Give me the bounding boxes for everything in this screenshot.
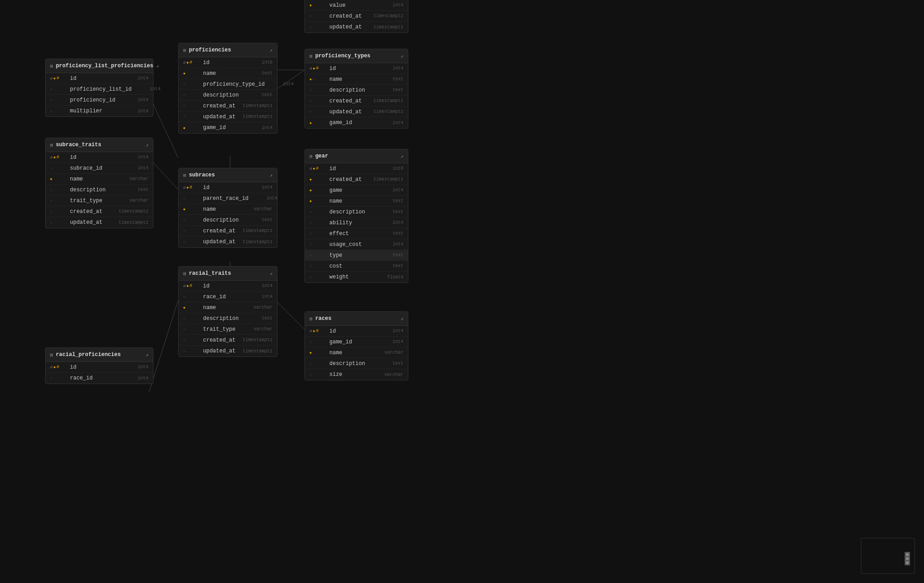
row-icons: ◆ ○	[310, 77, 328, 81]
external-link-icon[interactable]: ↗	[269, 172, 273, 178]
link-icon: ↺	[50, 155, 52, 160]
row-icons: ○	[310, 373, 328, 377]
table-icon: ⊞	[310, 153, 313, 159]
table-row: ↺ ◆ # id int4	[305, 63, 408, 74]
table-row: ◆ ○ name text	[305, 74, 408, 85]
row-icons: ○	[310, 242, 328, 246]
field-type: int4	[121, 76, 148, 81]
table-row: ○ type text	[305, 250, 408, 261]
external-link-icon[interactable]: ↗	[269, 271, 273, 277]
table-partial-top: ◆ value int4 ○ created_at timestamptz ○ …	[305, 0, 408, 33]
table-proficiencies: ⊞ proficiencies ↗ ↺ ◆ # id int8 ◆ name t…	[178, 43, 277, 134]
circle-icon: ○	[183, 93, 185, 97]
field-name: description	[203, 217, 244, 223]
table-header: ⊞ racial_traits ↗	[179, 267, 277, 281]
table-row: ○ parent_race_id int4	[179, 193, 277, 204]
row-icons: ↺ ◆ #	[50, 76, 68, 81]
field-name: id	[70, 75, 120, 82]
field-name: created_at	[203, 337, 241, 343]
external-link-icon[interactable]: ↗	[400, 316, 403, 322]
field-type: timestamptz	[243, 240, 273, 245]
row-icons: ○	[183, 196, 201, 200]
row-icons: ↺ ◆ #	[183, 185, 201, 190]
table-icon: ⊞	[183, 271, 186, 277]
field-name: name	[329, 198, 374, 204]
circle-icon: ○	[310, 264, 312, 268]
circle-icon: ○	[50, 188, 52, 192]
field-type: varchar	[245, 207, 273, 212]
table-row: ○ description text	[179, 90, 277, 101]
table-row: ○ race_id int4	[46, 373, 153, 384]
table-icon: ⊞	[310, 53, 313, 59]
table-row: ◆ game int4	[305, 185, 408, 196]
row-icons: ◆	[183, 207, 201, 211]
row-icons: ○	[50, 209, 68, 213]
external-link-icon[interactable]: ↗	[156, 63, 159, 69]
field-name: race_id	[203, 294, 244, 300]
table-row: ○ updated_at timestamptz	[179, 346, 277, 356]
key-icon: #	[316, 66, 319, 71]
table-row: ○ size varchar	[305, 369, 408, 380]
field-type: text	[376, 231, 403, 236]
table-row: ○ created_at timestamptz	[179, 335, 277, 346]
table-racial-traits: ⊞ racial_traits ↗ ↺ ◆ # id int4 ○ race_i…	[178, 266, 277, 357]
link-icon: ↺	[183, 283, 185, 288]
field-type: text	[376, 88, 403, 93]
row-icons: ↺ ◆ #	[50, 155, 68, 160]
field-name: created_at	[329, 98, 372, 104]
field-name: created_at	[203, 228, 241, 234]
diamond-icon: ◆	[53, 155, 55, 159]
mini-panel	[861, 538, 915, 574]
row-icons: ○	[183, 349, 201, 353]
field-name: id	[329, 65, 374, 72]
row-icons: ○	[50, 98, 68, 102]
table-row: ○ updated_at timestamptz	[305, 106, 408, 117]
field-name: updated_at	[203, 348, 241, 354]
table-row: ○ trait_type varchar	[179, 324, 277, 335]
field-name: id	[329, 166, 374, 172]
field-name: description	[329, 361, 374, 367]
row-icons: ◆	[310, 177, 328, 181]
table-row: ↺ ◆ # id int8	[305, 163, 408, 174]
link-icon: ↺	[183, 60, 185, 65]
external-link-icon[interactable]: ↗	[400, 153, 403, 159]
field-name: description	[329, 87, 374, 93]
field-name: weight	[329, 274, 374, 280]
field-type: timestamptz	[243, 228, 273, 233]
table-row: ○ description text	[305, 358, 408, 369]
field-type: varchar	[376, 350, 403, 355]
circle-icon: ○	[183, 295, 185, 299]
external-link-icon[interactable]: ↗	[269, 47, 273, 53]
table-racial-proficiencies: ⊞ racial_proficiencies ↗ ↺ ◆ # id int4 ○…	[45, 347, 153, 384]
diamond-icon: ◆	[50, 177, 52, 181]
external-link-icon[interactable]: ↗	[145, 142, 148, 148]
key-icon: #	[316, 329, 319, 333]
field-type: int4	[267, 82, 294, 87]
table-row: ○ race_id int4	[179, 292, 277, 302]
field-name: size	[329, 371, 374, 378]
external-link-icon[interactable]: ↗	[145, 352, 148, 358]
circle-icon: ○	[183, 218, 185, 222]
diamond-icon: ◆	[310, 199, 312, 203]
field-type: text	[376, 264, 403, 268]
diamond-icon: ◆	[310, 121, 312, 125]
field-name: id	[70, 364, 120, 370]
link-icon: ↺	[310, 166, 312, 171]
circle-icon: ○	[183, 349, 185, 353]
field-name: type	[329, 252, 374, 259]
table-row: ○ updated_at timestamptz	[179, 111, 277, 122]
table-row: ◆ value int4	[305, 0, 408, 11]
field-type: text	[376, 361, 403, 366]
table-row: ◆ name varchar	[46, 174, 153, 185]
field-name: ability	[329, 220, 374, 226]
table-gear: ⊞ gear ↗ ↺ ◆ # id int8 ◆ created_at time…	[305, 149, 408, 283]
field-type: timestamptz	[374, 25, 403, 30]
row-icons: ○	[310, 340, 328, 344]
table-header: ⊞ races ↗	[305, 312, 408, 326]
external-link-icon[interactable]: ↗	[400, 53, 403, 59]
field-type: varchar	[376, 372, 403, 377]
svg-line-7	[275, 300, 305, 329]
link-icon: ↺	[183, 185, 185, 190]
row-icons: ○	[50, 109, 68, 113]
row-icons: ↺ ◆ #	[183, 283, 201, 288]
